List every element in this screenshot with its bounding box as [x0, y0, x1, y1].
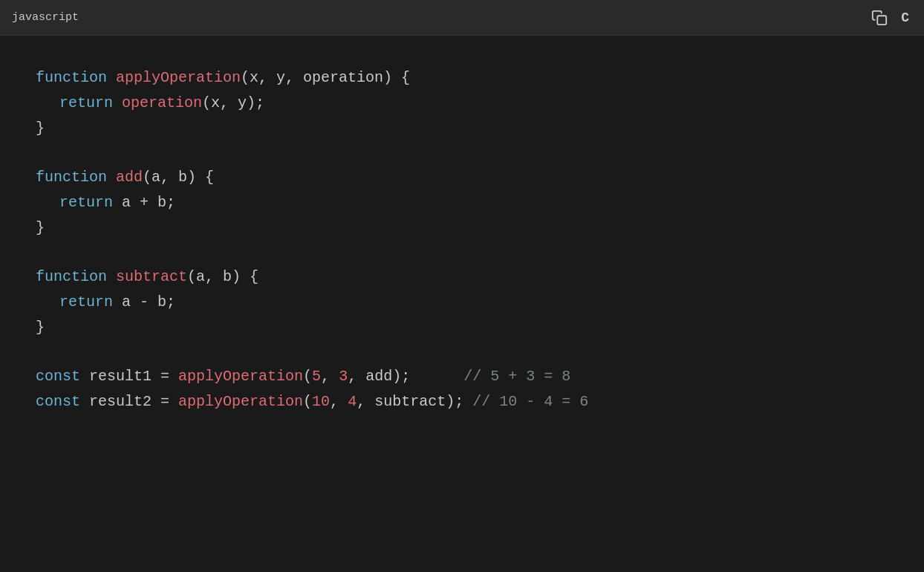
keyword-const: const: [36, 364, 80, 389]
num-5: 5: [312, 364, 321, 389]
args-rest2: , subtract);: [357, 389, 472, 415]
return-content: [113, 91, 122, 116]
num-10: 10: [312, 389, 330, 415]
comment-1: // 5 + 3 = 8: [463, 364, 570, 389]
keyword-return: return: [59, 190, 113, 215]
code-line-result2: const result2 = applyOperation(10, 4, su…: [36, 389, 888, 415]
keyword-function: function: [36, 165, 107, 190]
close-brace: }: [36, 315, 45, 340]
svg-rect-0: [877, 16, 886, 25]
return-content: a - b;: [113, 290, 175, 315]
extra-button[interactable]: C: [898, 7, 912, 28]
code-line: return a - b;: [59, 290, 888, 315]
fn-call-applyOperation1: applyOperation: [178, 364, 303, 389]
return-content: a + b;: [113, 190, 175, 215]
var-result1: result1 =: [80, 364, 178, 389]
call-args: (x, y);: [202, 91, 264, 116]
fn-name-add: add: [116, 165, 143, 190]
params: (a, b) {: [187, 264, 258, 290]
code-line: function subtract(a, b) {: [36, 264, 888, 290]
num-4: 4: [348, 389, 357, 415]
fn-call-applyOperation2: applyOperation: [178, 389, 303, 415]
keyword-function: function: [36, 65, 107, 91]
header-left: javascript: [12, 11, 79, 24]
copy-button[interactable]: [868, 7, 891, 29]
keyword-const2: const: [36, 389, 80, 415]
header-icons: C: [868, 7, 912, 29]
keyword-return: return: [59, 91, 113, 116]
code-line: function applyOperation(x, y, operation)…: [36, 65, 888, 91]
space: [107, 65, 116, 91]
code-line: }: [36, 315, 888, 340]
space: [107, 165, 116, 190]
code-line: function add(a, b) {: [36, 165, 888, 190]
space: [107, 264, 116, 290]
code-line-result1: const result1 = applyOperation(5, 3, add…: [36, 364, 888, 389]
params: (x, y, operation) {: [241, 65, 410, 91]
num-3: 3: [339, 364, 348, 389]
keyword-return: return: [59, 290, 113, 315]
comma2: ,: [330, 389, 348, 415]
keyword-function: function: [36, 264, 107, 290]
close-brace: }: [36, 215, 45, 241]
code-line: }: [36, 116, 888, 141]
code-line: return a + b;: [59, 190, 888, 215]
fn-name-subtract: subtract: [116, 264, 187, 290]
comma1: ,: [321, 364, 339, 389]
code-line: return operation(x, y);: [59, 91, 888, 116]
call-open2: (: [303, 389, 312, 415]
function-subtract: function subtract(a, b) { return a - b; …: [36, 264, 888, 340]
close-brace: }: [36, 116, 45, 141]
code-line: }: [36, 215, 888, 241]
params: (a, b) {: [143, 165, 214, 190]
fn-name-applyOperation: applyOperation: [116, 65, 241, 91]
var-result2: result2 =: [80, 389, 178, 415]
header-bar: javascript C: [0, 0, 924, 36]
function-add: function add(a, b) { return a + b; }: [36, 165, 888, 241]
comment-2: // 10 - 4 = 6: [472, 389, 588, 415]
call-open: (: [303, 364, 312, 389]
const-lines: const result1 = applyOperation(5, 3, add…: [36, 364, 888, 415]
language-label: javascript: [12, 11, 79, 24]
args-rest1: , add);: [348, 364, 463, 389]
fn-call-operation: operation: [122, 91, 202, 116]
code-area: function applyOperation(x, y, operation)…: [0, 36, 924, 572]
function-applyOperation: function applyOperation(x, y, operation)…: [36, 65, 888, 141]
